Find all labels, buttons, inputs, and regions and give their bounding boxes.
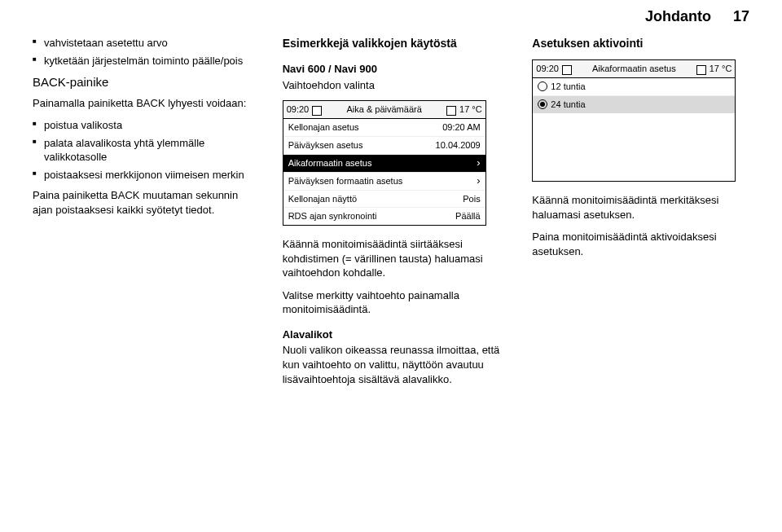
screen-title: Aikaformaatin asetus	[575, 63, 693, 75]
col2-p3: Nuoli valikon oikeassa reunassa ilmoitta…	[283, 343, 510, 386]
col3-p1: Käännä monitoimisäädintä merkitäksesi ha…	[532, 193, 759, 222]
option-rows: 12 tuntia 24 tuntia	[533, 78, 735, 113]
row-value: Päällä	[455, 210, 481, 222]
temp-icon	[696, 65, 706, 75]
temp-icon	[446, 106, 456, 116]
list-item: vahvistetaan asetettu arvo	[33, 36, 260, 51]
col-3: Asetuksen aktivointi 09:20 Aikaformaatin…	[532, 36, 759, 394]
row-label: Päiväyksen asetus	[288, 139, 363, 152]
section-title: Johdanto	[645, 8, 711, 24]
row-value: 09:20 AM	[442, 121, 480, 134]
list-item: palata alavalikosta yhtä ylemmälle valik…	[33, 136, 260, 165]
menu-row[interactable]: Päiväyksen asetus 10.04.2009	[283, 137, 485, 155]
menu-row-selected[interactable]: Aikaformaatin asetus	[283, 155, 485, 173]
list-item: poistua valikosta	[33, 118, 260, 133]
option-row[interactable]: 12 tuntia	[533, 78, 735, 96]
temp-value: 17 °C	[459, 103, 482, 116]
row-value: Pois	[463, 193, 480, 205]
menu-screenshot: 09:20 Aika & päivämäärä 17 °C Kellonajan…	[283, 100, 486, 226]
chevron-right-icon	[477, 175, 480, 187]
row-label: Kellonajan asetus	[288, 121, 359, 134]
option-label: 12 tuntia	[538, 81, 585, 93]
col2-p1: Käännä monitoimisäädintä siirtääksesi ko…	[283, 237, 510, 280]
clock-time: 09:20	[287, 103, 310, 116]
col3-heading: Asetuksen aktivointi	[532, 36, 759, 51]
col-1: vahvistetaan asetettu arvo kytketään jär…	[33, 36, 260, 394]
list-item: poistaaksesi merkkijonon viimeisen merki…	[33, 168, 260, 182]
page-number: 17	[733, 8, 749, 24]
col-2: Esimerkkejä valikkojen käytöstä Navi 600…	[283, 36, 510, 394]
screenshot-titlebar: 09:20 Aika & päivämäärä 17 °C	[283, 101, 485, 119]
status-icon	[562, 65, 572, 75]
screenshot-titlebar: 09:20 Aikaformaatin asetus 17 °C	[533, 60, 735, 78]
option-screenshot: 09:20 Aikaformaatin asetus 17 °C 12 tunt…	[532, 59, 736, 182]
menu-row[interactable]: Kellonajan näyttö Pois	[283, 191, 485, 209]
intro-list: vahvistetaan asetettu arvo kytketään jär…	[33, 36, 260, 68]
row-label: RDS ajan synkronointi	[288, 210, 377, 222]
col2-sub2: Vaihtoehdon valinta	[283, 78, 510, 93]
col2-heading: Esimerkkejä valikkojen käytöstä	[283, 36, 510, 51]
col2-sub3: Alavalikot	[283, 328, 510, 342]
columns: vahvistetaan asetettu arvo kytketään jär…	[0, 36, 782, 394]
row-label: Aikaformaatin asetus	[288, 157, 372, 169]
option-label: 24 tuntia	[538, 99, 585, 111]
radio-filled-icon	[538, 99, 547, 109]
menu-row[interactable]: RDS ajan synkronointi Päällä	[283, 208, 485, 225]
back-heading: BACK-painike	[33, 74, 260, 90]
temp-value: 17 °C	[710, 63, 732, 75]
col2-p2: Valitse merkitty vaihtoehto painamalla m…	[283, 288, 510, 317]
col3-p2: Paina monitoimisäädintä aktivoidaksesi a…	[532, 230, 759, 258]
row-label: Kellonajan näyttö	[288, 193, 357, 205]
menu-rows: Kellonajan asetus 09:20 AM Päiväyksen as…	[283, 119, 485, 225]
row-label: Päiväyksen formaatin asetus	[288, 175, 403, 187]
menu-row[interactable]: Kellonajan asetus 09:20 AM	[283, 119, 485, 137]
status-icon	[312, 106, 322, 116]
col2-sub1: Navi 600 / Navi 900	[283, 62, 510, 77]
row-value: 10.04.2009	[436, 139, 481, 152]
chevron-right-icon	[477, 157, 480, 169]
page-header: Johdanto 17	[0, 0, 782, 36]
clock-time: 09:20	[536, 63, 559, 75]
screen-title: Aika & päivämäärä	[325, 103, 443, 116]
back-list: poistua valikosta palata alavalikosta yh…	[33, 118, 260, 182]
radio-icon	[538, 81, 547, 91]
back-para: Paina painiketta BACK muutaman sekunnin …	[33, 188, 260, 217]
back-intro: Painamalla painiketta BACK lyhyesti void…	[33, 96, 260, 111]
menu-row[interactable]: Päiväyksen formaatin asetus	[283, 173, 485, 191]
option-row-selected[interactable]: 24 tuntia	[533, 96, 735, 113]
list-item: kytketään järjestelmän toiminto päälle/p…	[33, 54, 260, 68]
